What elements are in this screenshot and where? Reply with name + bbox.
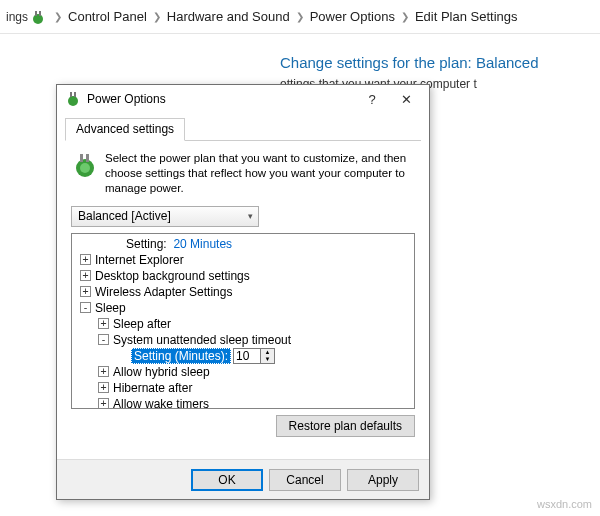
close-button[interactable]: ✕ <box>389 88 423 110</box>
svg-rect-1 <box>35 11 37 16</box>
ok-button[interactable]: OK <box>191 469 263 491</box>
tree-node-wireless[interactable]: + Wireless Adapter Settings <box>74 284 414 300</box>
help-button[interactable]: ? <box>355 88 389 110</box>
svg-rect-7 <box>80 154 83 162</box>
dialog-body: Select the power plan that you want to c… <box>57 141 429 443</box>
tree-label: Setting: <box>126 237 167 251</box>
svg-rect-8 <box>86 154 89 162</box>
spinner-buttons[interactable]: ▲▼ <box>261 348 275 364</box>
page-heading: Change settings for the plan: Balanced <box>280 54 600 71</box>
expand-icon[interactable]: + <box>98 382 109 393</box>
power-plan-icon <box>71 151 99 179</box>
watermark: wsxdn.com <box>537 498 592 510</box>
expand-icon[interactable]: + <box>98 366 109 377</box>
apply-button[interactable]: Apply <box>347 469 419 491</box>
expand-icon[interactable]: + <box>98 398 109 409</box>
tab-advanced-settings[interactable]: Advanced settings <box>65 118 185 141</box>
chevron-right-icon: ❯ <box>147 11 167 22</box>
collapse-icon[interactable]: - <box>98 334 109 345</box>
tree-node-allow-hybrid[interactable]: + Allow hybrid sleep <box>74 364 414 380</box>
chevron-right-icon: ❯ <box>48 11 68 22</box>
breadcrumb-item[interactable]: Edit Plan Settings <box>415 9 518 24</box>
svg-rect-2 <box>39 11 41 16</box>
description-row: Select the power plan that you want to c… <box>71 151 415 196</box>
dialog-footer: OK Cancel Apply <box>57 459 429 499</box>
tabstrip: Advanced settings <box>65 117 421 141</box>
tree-setting-row[interactable]: Setting: 20 Minutes <box>74 236 414 252</box>
power-icon <box>65 91 81 107</box>
tree-node-hibernate-after[interactable]: + Hibernate after <box>74 380 414 396</box>
chevron-down-icon: ▾ <box>248 211 253 221</box>
spin-down-icon[interactable]: ▼ <box>261 356 274 363</box>
tree-node-desktop-bg[interactable]: + Desktop background settings <box>74 268 414 284</box>
titlebar[interactable]: Power Options ? ✕ <box>57 85 429 113</box>
power-options-dialog: Power Options ? ✕ Advanced settings Sele… <box>56 84 430 500</box>
description-text: Select the power plan that you want to c… <box>105 151 415 196</box>
chevron-right-icon: ❯ <box>290 11 310 22</box>
breadcrumb-item[interactable]: Control Panel <box>68 9 147 24</box>
expand-icon[interactable]: + <box>80 270 91 281</box>
restore-defaults-button[interactable]: Restore plan defaults <box>276 415 415 437</box>
svg-point-3 <box>68 96 78 106</box>
tree-node-setting-minutes[interactable]: Setting (Minutes): ▲▼ <box>74 348 414 364</box>
expand-icon[interactable]: + <box>80 254 91 265</box>
breadcrumb-overflow-text: ings <box>4 10 30 24</box>
breadcrumb: ings ❯ Control Panel ❯ Hardware and Soun… <box>0 0 600 34</box>
power-options-icon <box>30 9 48 25</box>
settings-tree[interactable]: Setting: 20 Minutes + Internet Explorer … <box>71 233 415 409</box>
svg-point-0 <box>33 14 43 24</box>
chevron-right-icon: ❯ <box>395 11 415 22</box>
svg-rect-5 <box>74 92 76 97</box>
spin-up-icon[interactable]: ▲ <box>261 349 274 356</box>
tree-node-sleep-after[interactable]: + Sleep after <box>74 316 414 332</box>
restore-row: Restore plan defaults <box>71 415 415 437</box>
select-value: Balanced [Active] <box>78 209 171 223</box>
svg-rect-4 <box>70 92 72 97</box>
tree-node-allow-wake[interactable]: + Allow wake timers <box>74 396 414 409</box>
svg-point-9 <box>80 163 90 173</box>
breadcrumb-item[interactable]: Hardware and Sound <box>167 9 290 24</box>
expand-icon[interactable]: + <box>80 286 91 297</box>
collapse-icon[interactable]: - <box>80 302 91 313</box>
dialog-title: Power Options <box>87 92 355 106</box>
selected-setting-label[interactable]: Setting (Minutes): <box>131 348 231 364</box>
cancel-button[interactable]: Cancel <box>269 469 341 491</box>
power-plan-select[interactable]: Balanced [Active] ▾ <box>71 206 259 227</box>
setting-minutes-input[interactable] <box>233 348 261 364</box>
expand-icon[interactable]: + <box>98 318 109 329</box>
breadcrumb-item[interactable]: Power Options <box>310 9 395 24</box>
tree-node-ie[interactable]: + Internet Explorer <box>74 252 414 268</box>
tree-node-sys-unattended[interactable]: - System unattended sleep timeout <box>74 332 414 348</box>
tree-node-sleep[interactable]: - Sleep <box>74 300 414 316</box>
tree-value-link[interactable]: 20 Minutes <box>173 237 232 251</box>
